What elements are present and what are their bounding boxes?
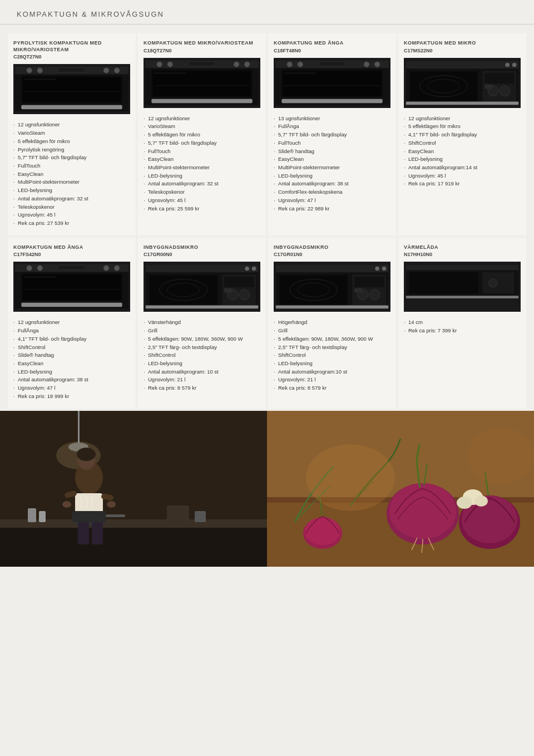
svg-point-20 bbox=[244, 62, 250, 67]
features-list: HögerhängdGrill5 effektlägen: 90W, 180W,… bbox=[274, 318, 390, 392]
svg-rect-88 bbox=[280, 276, 347, 305]
feature-item: ShiftControl bbox=[144, 351, 260, 360]
feature-item: 5 effektlägen för mikro bbox=[13, 138, 130, 146]
feature-item: Ugnsvolym: 47 l bbox=[13, 384, 130, 392]
svg-point-42 bbox=[505, 62, 510, 67]
feature-item: 4,1" TFT bild- och färgdisplay bbox=[13, 335, 130, 343]
photo-left bbox=[0, 411, 267, 567]
features-list: 12 ugnsfunktionerVarioSteam5 effektlägen… bbox=[13, 121, 130, 227]
oven-image bbox=[274, 262, 390, 312]
feature-item: ShiftControl bbox=[13, 343, 130, 352]
feature-item: 5 effektlägen: 90W, 180W, 360W, 900 W bbox=[274, 335, 390, 343]
feature-item: 13 ugnsfunktioner bbox=[274, 115, 390, 123]
product-category: KOMPAKTUGN MED MIKRO bbox=[404, 40, 521, 47]
feature-item: 5,7" TFT bild- och färgdisplay bbox=[13, 154, 130, 162]
feature-item: Pyrolytisk rengöring bbox=[13, 146, 130, 154]
feature-item: LED-belysning bbox=[274, 360, 390, 368]
svg-point-3 bbox=[27, 68, 32, 73]
svg-point-139 bbox=[306, 444, 395, 511]
svg-point-60 bbox=[103, 266, 109, 271]
svg-rect-53 bbox=[406, 101, 518, 105]
product-category: VÄRMELÅDA bbox=[404, 244, 521, 251]
svg-point-131 bbox=[389, 483, 456, 539]
photo-right bbox=[267, 411, 534, 567]
svg-rect-120 bbox=[106, 514, 125, 517]
feature-item: 2,5" TFT färg- och textdisplay bbox=[274, 343, 390, 352]
feature-item: Rek ca pris: 22 989 kr bbox=[274, 205, 390, 213]
product-cell: KOMPAKTUGN MED MIKROC17MS22N0 12 bbox=[398, 33, 526, 235]
product-category: INBYGGNADSMIKRO bbox=[274, 244, 390, 251]
product-cell: KOMPAKTUGN MED MIKRO/VARIOSTEAMC18QT27N0 bbox=[138, 33, 266, 235]
feature-item: 12 ugnsfunktioner bbox=[404, 115, 521, 123]
svg-rect-77 bbox=[224, 277, 254, 287]
feature-item: LED-belysning bbox=[144, 360, 260, 368]
svg-point-140 bbox=[467, 428, 534, 483]
svg-point-112 bbox=[77, 448, 96, 461]
svg-rect-23 bbox=[154, 72, 186, 74]
product-grid-row2: KOMPAKTUGN MED ÅNGAC17FS42N0 12 bbox=[0, 238, 534, 409]
svg-rect-123 bbox=[167, 505, 189, 522]
product-grid-row1: PYROLYTISK KOMPAKTUGN MED MIKRO/VARIOSTE… bbox=[0, 33, 534, 235]
feature-item: Slide® handtag bbox=[274, 148, 390, 156]
svg-point-117 bbox=[107, 501, 116, 508]
product-cell: PYROLYTISK KOMPAKTUGN MED MIKRO/VARIOSTE… bbox=[8, 33, 136, 235]
svg-rect-10 bbox=[24, 78, 56, 80]
feature-item: 14 cm bbox=[404, 318, 521, 327]
svg-rect-25 bbox=[151, 99, 252, 103]
feature-item: Ugnsvolym: 45 l bbox=[144, 197, 260, 205]
feature-item: EasyClean bbox=[13, 170, 130, 179]
features-list: 13 ugnsfunktionerFullÅnga5,7" TFT bild- … bbox=[274, 115, 390, 213]
product-model: C17MS22N0 bbox=[404, 48, 521, 53]
feature-item: Antal automatikprogram:10 st bbox=[274, 368, 390, 376]
product-category: PYROLYTISK KOMPAKTUGN MED MIKRO/VARIOSTE… bbox=[13, 40, 130, 53]
svg-point-51 bbox=[500, 85, 510, 96]
feature-item: FullTouch bbox=[274, 139, 390, 148]
feature-item: Ugnsvolym: 21 l bbox=[144, 376, 260, 384]
feature-item: ComfortFlex-teleskopskena bbox=[274, 188, 390, 197]
svg-point-16 bbox=[157, 62, 162, 67]
feature-item: Rek ca pris: 17 919 kr bbox=[404, 180, 521, 188]
feature-item: Antal automatikprogram: 10 st bbox=[144, 368, 260, 376]
page-title: KOMPAKTUGN & MIKROVÅGSUGN bbox=[17, 10, 517, 18]
features-list: 12 ugnsfunktionerVarioSteam5 effektlägen… bbox=[144, 115, 260, 213]
product-cell: KOMPAKTUGN MED ÅNGAC17FS42N0 12 bbox=[8, 238, 136, 409]
svg-point-116 bbox=[62, 501, 71, 508]
feature-item: FullTouch bbox=[144, 148, 260, 156]
feature-item: 2,5" TFT färg- och textdisplay bbox=[144, 343, 260, 352]
svg-point-58 bbox=[37, 266, 43, 271]
feature-item: Ugnsvolym: 45 l bbox=[404, 172, 521, 180]
svg-rect-95 bbox=[354, 288, 362, 293]
page-wrapper: KOMPAKTUGN & MIKROVÅGSUGN PYROLYTISK KOM… bbox=[0, 0, 534, 567]
feature-item: ShiftControl bbox=[404, 139, 521, 148]
svg-rect-22 bbox=[153, 71, 251, 96]
product-model: C17GR00N0 bbox=[144, 252, 260, 257]
product-category: KOMPAKTUNG MED ÅNGA bbox=[274, 40, 390, 47]
feature-item: Slide® handtag bbox=[13, 351, 130, 360]
photo-section bbox=[0, 411, 534, 567]
svg-rect-52 bbox=[484, 85, 492, 89]
svg-rect-107 bbox=[78, 411, 80, 444]
features-list: 12 ugnsfunktioner5 effektlägen för mikro… bbox=[404, 115, 521, 188]
oven-image bbox=[274, 58, 390, 108]
feature-item: Antal automatikprogram: 32 st bbox=[144, 180, 260, 188]
oven-image bbox=[144, 262, 260, 312]
svg-point-86 bbox=[382, 267, 387, 271]
feature-item: MultiPoint-stektermometer bbox=[274, 164, 390, 172]
feature-item: Ugnsvolym: 21 l bbox=[274, 376, 390, 384]
feature-item: 5,7" TFT bild- och färgdisplay bbox=[144, 139, 260, 148]
feature-item: 5 effektlägen för mikro bbox=[404, 122, 521, 131]
svg-rect-45 bbox=[410, 72, 477, 101]
feature-item: EasyClean bbox=[274, 155, 390, 164]
feature-item: FullTouch bbox=[13, 162, 130, 170]
svg-point-71 bbox=[252, 267, 256, 271]
svg-point-61 bbox=[114, 266, 120, 271]
oven-image bbox=[13, 262, 130, 312]
feature-item: Antal automatikprogram: 38 st bbox=[274, 180, 390, 188]
svg-rect-12 bbox=[21, 105, 122, 110]
svg-rect-126 bbox=[92, 522, 103, 544]
feature-item: LED-belysning bbox=[404, 155, 521, 164]
feature-item: Ugnsvolym: 47 l bbox=[274, 197, 390, 205]
feature-item: Vänsterhängd bbox=[144, 318, 260, 327]
svg-rect-36 bbox=[284, 72, 316, 74]
svg-point-94 bbox=[369, 289, 380, 300]
